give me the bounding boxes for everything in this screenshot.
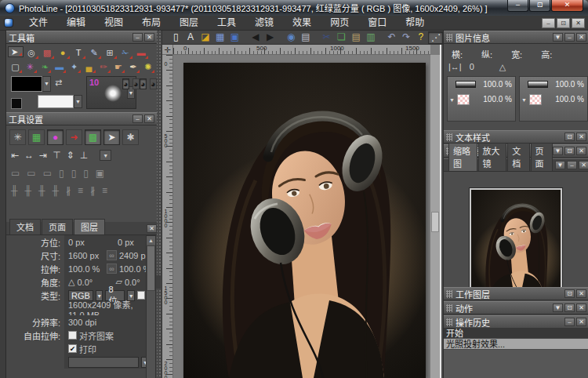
text-style-maximize-button[interactable]: ⊡ [564, 133, 575, 141]
eyedropper-tool[interactable]: ✁ [118, 46, 133, 60]
toolbox-close-button[interactable]: ✕ [144, 33, 154, 42]
smudge-tool[interactable]: ☛ [111, 60, 126, 74]
panel-grip[interactable] [446, 304, 452, 312]
menu-item[interactable]: 工具 [208, 16, 245, 31]
cut-button[interactable]: ✂ [319, 31, 334, 44]
position-x-value[interactable]: 0 px [68, 238, 104, 247]
canvas-scroll-thumb[interactable] [431, 212, 439, 232]
histogram-close-button[interactable]: ✕ [576, 147, 586, 155]
scale-x-value[interactable]: 100.0 % [68, 264, 104, 274]
opacity-value[interactable]: 100.0 % [483, 80, 512, 89]
image-info-close-button[interactable]: ✕ [576, 33, 586, 42]
preview-tab[interactable]: 缩略图 [448, 143, 477, 171]
print-checkbox[interactable]: ✔ [68, 344, 77, 353]
work-layer-maximize-button[interactable]: ⊡ [564, 289, 575, 298]
lasso-tool[interactable]: ❧ [38, 60, 53, 74]
browse-button[interactable]: ▦ [212, 31, 227, 44]
fill-value[interactable]: 100.0 % [555, 95, 584, 104]
menu-item[interactable]: 视图 [95, 16, 132, 31]
paste-button[interactable]: ▤ [349, 31, 364, 44]
doc-panel-close-button[interactable]: ✕ [147, 224, 157, 233]
canvas-vscrollbar[interactable] [430, 55, 440, 378]
arrow-mode-toggle[interactable]: ➜ [66, 129, 82, 145]
open-button[interactable]: ◪ [198, 31, 212, 44]
dock-splitter[interactable] [157, 31, 162, 378]
panel-grip[interactable] [446, 318, 452, 326]
actions-close-button[interactable]: ✕ [576, 303, 586, 312]
work-layer-close-button[interactable]: ✕ [576, 289, 586, 298]
mask-mode-button-2[interactable]: ◕ [150, 78, 157, 89]
gear-settings[interactable]: ✱ [122, 129, 139, 145]
magicwand-tool[interactable]: ✳ [23, 60, 38, 74]
menu-item[interactable]: 编辑 [57, 16, 95, 31]
marquee-tool[interactable]: ▢ [8, 60, 23, 74]
distribute-button[interactable]: ╫ [38, 185, 45, 196]
distribute-button[interactable]: ▯ [71, 168, 77, 179]
wand-settings-toggle[interactable]: ✳ [9, 129, 26, 145]
actions-maximize-button[interactable]: ⊡ [564, 303, 575, 312]
background-color-dropdown[interactable]: ▼ [74, 95, 82, 108]
checker-swatch[interactable] [457, 94, 470, 105]
work-layer-panel-header[interactable]: 工作图层 ⊡ ✕ [444, 287, 588, 300]
preview-collapse-button[interactable]: ▼ [555, 161, 565, 169]
panel-grip[interactable] [446, 34, 452, 42]
cursor-mode-toggle[interactable]: ➤ [103, 129, 120, 145]
menu-item[interactable]: 滤镜 [245, 16, 283, 31]
context-help-button[interactable]: ? [414, 31, 429, 44]
toolbox-panel-header[interactable]: 工具箱 – ✕ [6, 31, 157, 44]
text-tool[interactable]: T [71, 46, 86, 60]
snap-grid-toggle[interactable]: ▩ [85, 129, 101, 145]
mask-view-button[interactable]: ◕ [132, 78, 140, 89]
eraser-tool[interactable]: ▬ [133, 46, 149, 60]
undo-button[interactable]: ↶ [384, 31, 399, 44]
layer-opacity-box[interactable]: 100.0 % ▼ 100.0 % [519, 76, 588, 122]
toolbox-minimize-button[interactable]: – [132, 33, 143, 42]
preview-tab[interactable]: 页面 [531, 143, 553, 171]
toolbar-button[interactable] [378, 31, 384, 44]
blend-dropdown-icon[interactable]: ▼ [521, 97, 527, 103]
web-preview-button[interactable]: ◉ [284, 31, 299, 44]
distribute-button[interactable]: ▣ [96, 168, 104, 179]
toolbar-button[interactable] [278, 31, 284, 44]
distribute-button[interactable]: ▭ [27, 168, 35, 179]
opacity-value[interactable]: 100.0 % [555, 80, 584, 89]
resolution-value[interactable]: 300 dpi [68, 318, 96, 327]
thumbnail-image[interactable] [470, 188, 562, 300]
quill-tool[interactable]: ✒ [125, 60, 140, 74]
distribute-button[interactable]: ≡ [102, 185, 107, 196]
histogram-collapse-button[interactable]: ▼ [553, 147, 563, 155]
shape-tool[interactable]: ● [55, 46, 71, 60]
toolbar-button[interactable] [313, 31, 319, 44]
doc-tab[interactable]: 页面 [42, 219, 73, 234]
distribute-button[interactable]: ▯ [83, 168, 89, 179]
link-icon[interactable]: ∞ [107, 264, 117, 274]
secondary-color-swatch[interactable] [11, 98, 22, 109]
preview-tab[interactable]: 放大镜 [478, 143, 507, 171]
airbrush-tool[interactable]: ✦ [67, 60, 82, 74]
text-style-panel-header[interactable]: 文本样式 ⊡ ✕ [444, 130, 588, 144]
align-dropdown[interactable]: ▼ [100, 150, 111, 161]
dot-mode-toggle[interactable]: ● [47, 129, 64, 145]
align-center-v-button[interactable]: ⇕ [67, 150, 74, 161]
history-minimize-button[interactable]: – [564, 318, 575, 326]
distribute-button[interactable]: ▭ [43, 168, 52, 179]
menu-item[interactable]: 网页 [321, 16, 358, 31]
history-close-button[interactable]: ✕ [576, 318, 586, 326]
align-right-button[interactable]: ⇥ [39, 150, 47, 161]
panel-grip[interactable] [446, 133, 452, 141]
window-minimize-button[interactable]: – [507, 0, 528, 12]
align-bottom-button[interactable]: ⊥ [80, 150, 88, 161]
preview-minimize-button[interactable]: – [567, 161, 577, 169]
distribute-button[interactable]: ≡ [78, 185, 83, 196]
distribute-button[interactable]: ╫ [25, 185, 32, 196]
zoom-tool[interactable]: ◎ [24, 46, 39, 60]
swap-colors-icon[interactable]: ⇄ [55, 78, 62, 88]
window-restore-button[interactable]: ⊡ [529, 0, 550, 12]
menu-item[interactable]: 效果 [283, 16, 321, 31]
stamp-tool[interactable]: ▄ [82, 60, 96, 74]
text-style-close-button[interactable]: ✕ [576, 133, 586, 141]
link-icon[interactable]: ∞ [107, 250, 117, 260]
checker-swatch[interactable] [529, 94, 542, 105]
image-info-minimize-button[interactable]: – [564, 33, 575, 42]
tool-settings-panel-header[interactable]: 工具设置 – ✕ [6, 112, 157, 125]
